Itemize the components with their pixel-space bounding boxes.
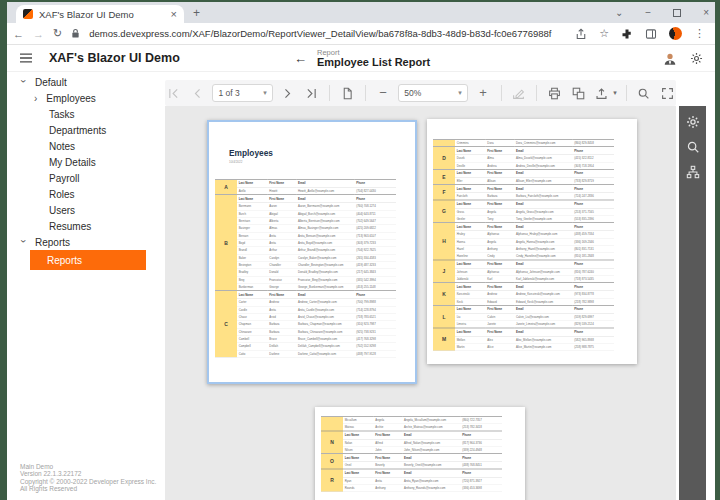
browser-tab[interactable]: XAF's Blazor UI Demo × (16, 5, 184, 23)
cell: Mccallum (343, 416, 374, 423)
report-page-2[interactable]: CrimminsDoraDora_Crimmins@example.com(86… (427, 119, 637, 364)
sidebar-nav: ›Default ›Employees Tasks Departments No… (7, 74, 157, 270)
sidebar-item-employees[interactable]: ›Employees (7, 90, 157, 106)
browser-forward-icon[interactable]: → (33, 28, 44, 40)
bookmark-star-icon[interactable]: ☆ (599, 27, 609, 40)
report-page-1[interactable]: Employees 10/4/2022 ALast NameFirst Name… (207, 120, 417, 384)
cell: Anita (374, 477, 403, 484)
cell: (973) 834-8778 (573, 291, 614, 298)
window-minimize-icon[interactable]: − (645, 7, 651, 18)
column-header: Email (402, 469, 460, 477)
cell: (760) 708-1274 (355, 203, 396, 210)
browser-reload-icon[interactable]: ↻ (53, 27, 62, 40)
multipage-view-button[interactable] (339, 85, 356, 101)
highlight-editing-button[interactable] (510, 85, 527, 101)
extensions-icon[interactable] (621, 28, 633, 40)
zoom-out-button[interactable]: − (375, 85, 392, 101)
breadcrumb-text: Report Employee List Report (317, 49, 430, 68)
employee-row: EllerAllisonAllison_Eller@example.com(73… (433, 177, 614, 184)
side-panel-icon[interactable] (645, 28, 657, 40)
cell: (253) 782-3418 (461, 424, 502, 431)
section-letter: A (215, 179, 237, 194)
zoom-in-button[interactable]: + (475, 85, 492, 101)
cell: Anthony_Rounds@example.com (402, 484, 460, 491)
column-header: First Name (374, 469, 403, 477)
window-chevron-icon[interactable]: ⌄ (615, 7, 623, 18)
page-number-combo[interactable]: 1 of 3▾ (212, 84, 272, 102)
prev-page-button[interactable] (189, 85, 206, 101)
employee-row: CattoDarleneDarlene_Catto@example.com(43… (215, 350, 396, 357)
cell: Carter (237, 299, 268, 306)
rail-structure-icon[interactable] (686, 165, 700, 179)
cell: Abigail_Burch@example.com (296, 210, 354, 217)
column-header: First Name (268, 179, 297, 187)
tab-close-icon[interactable]: × (171, 9, 177, 19)
sidebar-item-users[interactable]: Users (7, 202, 157, 218)
back-arrow-icon[interactable]: ← (294, 51, 307, 66)
url-text[interactable]: demos.devexpress.com/XAF/BlazorDemo/Repo… (89, 28, 566, 39)
sidebar-item-resumes[interactable]: Resumes (7, 218, 157, 234)
next-page-button[interactable] (280, 85, 297, 101)
sidebar-item-reports-selected[interactable]: Reports (30, 250, 146, 270)
cell: Nolan (343, 439, 374, 446)
sidebar-footer: Main Demo Version 22.1.3.22172 Copyright… (20, 463, 156, 493)
cell: Tony (486, 215, 515, 222)
lock-icon[interactable] (71, 28, 80, 39)
cell: Abigail (268, 210, 297, 217)
section-header-row: NLast NameFirst NameEmailPhone (321, 431, 502, 439)
cell: Alfred_Nolan@example.com (402, 439, 460, 446)
browser-menu-icon[interactable]: ⋮ (694, 27, 705, 40)
sidebar-item-departments[interactable]: Departments (7, 122, 157, 138)
rail-search-icon[interactable] (686, 140, 700, 154)
section-letter: F (433, 185, 455, 200)
fullscreen-button[interactable] (659, 85, 676, 101)
sidebar-item-payroll[interactable]: Payroll (7, 170, 157, 186)
employee-row: HruleyAlphonsoAlphonso_Hruley@example.co… (433, 231, 614, 238)
column-header: Phone (573, 328, 614, 336)
profile-avatar[interactable] (669, 27, 682, 40)
cell: (702) 649-5647 (355, 217, 396, 224)
share-icon[interactable] (575, 28, 587, 40)
sidebar-item-roles[interactable]: Roles (7, 186, 157, 202)
zoom-combo[interactable]: 50%▾ (398, 84, 468, 102)
settings-gear-icon[interactable] (690, 52, 703, 65)
user-avatar[interactable] (663, 52, 677, 66)
section-header-row: ELast NameFirst NameEmailPhone (433, 169, 614, 177)
app-title: XAF's Blazor UI Demo (49, 51, 180, 65)
item-label: Tasks (49, 109, 75, 120)
first-page-button[interactable] (165, 85, 182, 101)
sidebar-item-my-details[interactable]: My Details (7, 154, 157, 170)
cell: Andrea_Deville@example.com (514, 162, 572, 169)
hamburger-menu-icon[interactable] (19, 52, 33, 64)
section-header-row: RLast NameFirst NameEmailPhone (321, 469, 502, 477)
print-button[interactable] (546, 85, 563, 101)
column-header: First Name (486, 147, 515, 155)
export-caret-icon[interactable]: ▾ (613, 89, 617, 97)
browser-back-icon[interactable]: ← (13, 28, 24, 40)
window-maximize-icon[interactable] (673, 9, 681, 17)
export-button[interactable] (593, 85, 610, 101)
employee-row: BradleyDonaldDonald_Bradley@example.com(… (215, 269, 396, 276)
rail-settings-gear-icon[interactable] (686, 115, 700, 129)
last-page-button[interactable] (303, 85, 320, 101)
window-close-icon[interactable]: × (703, 7, 709, 18)
employee-row: JohnsonAlphonsoAlphonso_Johnson@example.… (433, 268, 614, 275)
search-button[interactable] (636, 85, 653, 101)
sidebar-item-tasks[interactable]: Tasks (7, 106, 157, 122)
employee-row: OneilBeverlyBeverly_Oneil@example.com(43… (321, 462, 502, 469)
employee-row: BingFrancoiseFrancoise_Bing@example.com(… (215, 276, 396, 283)
cell: Hazel (455, 245, 486, 252)
column-header: First Name (374, 431, 403, 439)
sidebar-group-reports[interactable]: ›Reports (7, 234, 157, 250)
cell: (253) 371-7165 (573, 208, 614, 215)
sidebar-group-default[interactable]: ›Default (7, 74, 157, 90)
item-label: Users (49, 205, 75, 216)
cell: Janete (486, 321, 515, 328)
employee-row: KeckEdwardEdward_Keck@example.com(218) 7… (433, 298, 614, 305)
print-page-button[interactable] (570, 85, 587, 101)
report-page-3[interactable]: MccallumAngelaAngela_Mccallum@example.co… (315, 407, 525, 500)
cell: Carolyn (268, 254, 297, 261)
sidebar-item-notes[interactable]: Notes (7, 138, 157, 154)
cell: Borrmann (237, 203, 268, 210)
new-tab-button[interactable]: + (193, 6, 200, 20)
